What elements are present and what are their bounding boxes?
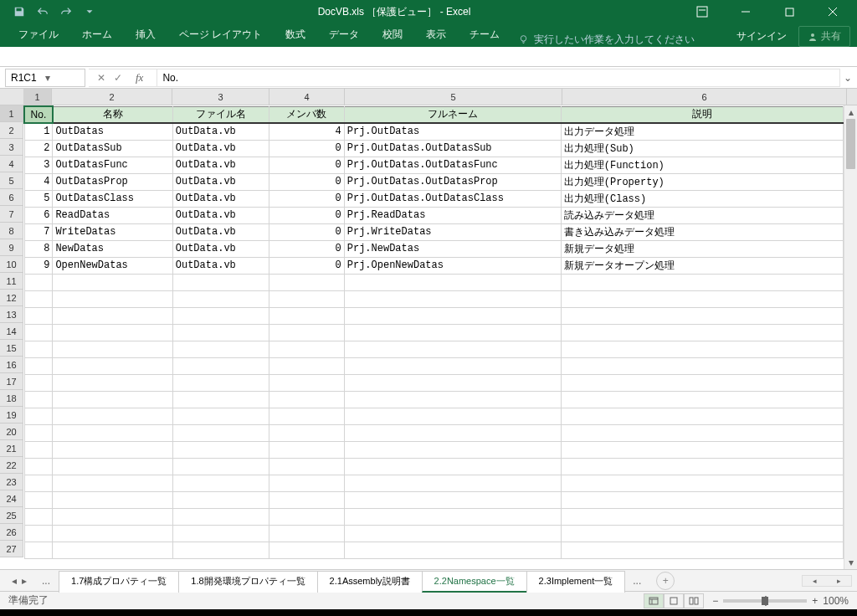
cell-members[interactable]: 4 xyxy=(269,123,345,140)
cell-fullname[interactable]: Prj.WriteDatas xyxy=(344,223,561,240)
row-header-15[interactable]: 15 xyxy=(0,340,23,357)
row-header-8[interactable]: 8 xyxy=(0,223,23,239)
row-header-21[interactable]: 21 xyxy=(0,440,23,457)
row-header-7[interactable]: 7 xyxy=(0,206,23,223)
tab-nav-first[interactable]: ◂ xyxy=(12,575,17,587)
table-row[interactable]: 1OutDatasOutData.vb4Prj.OutDatas出力データ処理 xyxy=(24,123,844,140)
cell-file[interactable]: OutData.vb xyxy=(172,157,269,173)
zoom-out-button[interactable]: − xyxy=(712,595,718,607)
cell-desc[interactable]: 新規データオープン処理 xyxy=(561,257,843,274)
tabs-overflow-right[interactable]: ... xyxy=(624,575,649,587)
table-row[interactable] xyxy=(24,525,844,542)
tab-pagelayout[interactable]: ページ レイアウト xyxy=(167,23,274,47)
cell-fullname[interactable]: Prj.OutDatas xyxy=(344,123,561,140)
zoom-in-button[interactable]: + xyxy=(812,595,818,607)
cell-fullname[interactable]: Prj.OutDatas.OutDatasSub xyxy=(344,140,561,157)
cell-file[interactable]: OutData.vb xyxy=(172,240,269,257)
vertical-scrollbar[interactable]: ▴ ▾ xyxy=(844,105,857,569)
col-header-5[interactable]: 5 xyxy=(345,89,562,105)
cell-no[interactable]: 5 xyxy=(24,190,53,207)
tab-data[interactable]: データ xyxy=(317,23,371,47)
table-row[interactable] xyxy=(24,508,844,525)
cell-name[interactable]: OutDatasProp xyxy=(53,173,172,190)
cell-file[interactable]: OutData.vb xyxy=(172,223,269,240)
cell-members[interactable]: 0 xyxy=(269,257,345,274)
cell-members[interactable]: 0 xyxy=(269,207,345,223)
table-row[interactable] xyxy=(24,374,844,391)
pagelayout-view-button[interactable] xyxy=(664,593,684,608)
col-header-2[interactable]: 2 xyxy=(52,89,172,105)
row-header-25[interactable]: 25 xyxy=(0,507,23,524)
cell-fullname[interactable]: Prj.OutDatas.OutDatasProp xyxy=(344,173,561,190)
scroll-down-button[interactable]: ▾ xyxy=(844,556,857,569)
row-header-16[interactable]: 16 xyxy=(0,357,23,373)
row-header-20[interactable]: 20 xyxy=(0,424,23,440)
cell-no[interactable]: 7 xyxy=(24,223,53,240)
horizontal-scrollbar[interactable]: ◂▸ xyxy=(802,575,852,587)
tabs-overflow-left[interactable]: ... xyxy=(33,575,59,587)
zoom-slider[interactable] xyxy=(723,599,807,603)
accept-formula-button[interactable]: ✓ xyxy=(114,72,122,84)
table-row[interactable] xyxy=(24,357,844,374)
row-header-2[interactable]: 2 xyxy=(0,122,23,139)
row-header-11[interactable]: 11 xyxy=(0,273,23,290)
cell-name[interactable]: OutDatasSub xyxy=(53,140,172,157)
cell-members[interactable]: 0 xyxy=(269,140,345,157)
table-row[interactable] xyxy=(24,274,844,290)
tab-view[interactable]: 表示 xyxy=(414,23,458,47)
cell-no[interactable]: 3 xyxy=(24,157,53,173)
cell-fullname[interactable]: Prj.ReadDatas xyxy=(344,207,561,223)
cell-desc[interactable]: 出力処理(Function) xyxy=(561,157,843,173)
table-row[interactable]: 3OutDatasFuncOutData.vb0Prj.OutDatas.Out… xyxy=(24,157,844,173)
row-header-19[interactable]: 19 xyxy=(0,407,23,424)
tab-home[interactable]: ホーム xyxy=(70,23,124,47)
cell-desc[interactable]: 出力データ処理 xyxy=(561,123,843,140)
scroll-up-button[interactable]: ▴ xyxy=(844,105,857,119)
tab-formulas[interactable]: 数式 xyxy=(274,23,317,47)
row-header-12[interactable]: 12 xyxy=(0,290,23,306)
col-header-6[interactable]: 6 xyxy=(562,89,847,105)
cell-desc[interactable]: 出力処理(Sub) xyxy=(561,140,843,157)
row-header-27[interactable]: 27 xyxy=(0,541,23,557)
cell-no[interactable]: 2 xyxy=(24,140,53,157)
table-row[interactable] xyxy=(24,542,844,558)
share-button[interactable]: 共有 xyxy=(798,26,850,47)
close-button[interactable] xyxy=(819,3,847,21)
cell-fullname[interactable]: Prj.NewDatas xyxy=(344,240,561,257)
cancel-formula-button[interactable]: ✕ xyxy=(97,72,105,84)
table-row[interactable] xyxy=(24,307,844,324)
table-row[interactable]: 9OpenNewDatasOutData.vb0Prj.OpenNewDatas… xyxy=(24,257,844,274)
cell-members[interactable]: 0 xyxy=(269,173,345,190)
row-header-9[interactable]: 9 xyxy=(0,239,23,256)
table-row[interactable] xyxy=(24,458,844,475)
header-fullname[interactable]: フルネーム xyxy=(344,106,561,123)
cell-desc[interactable]: 出力処理(Class) xyxy=(561,190,843,207)
table-row[interactable] xyxy=(24,341,844,357)
tab-nav-prev[interactable]: ▸ xyxy=(22,575,27,587)
sheet-tab[interactable]: 1.7構成プロパティ一覧 xyxy=(59,571,179,593)
table-row[interactable]: 2OutDatasSubOutData.vb0Prj.OutDatas.OutD… xyxy=(24,140,844,157)
cell-no[interactable]: 1 xyxy=(24,123,53,140)
cell-name[interactable]: OpenNewDatas xyxy=(53,257,172,274)
normal-view-button[interactable] xyxy=(644,593,664,608)
row-header-13[interactable]: 13 xyxy=(0,306,23,323)
sheet-tab[interactable]: 2.3Implement一覧 xyxy=(526,571,626,593)
row-header-17[interactable]: 17 xyxy=(0,373,23,390)
cell-members[interactable]: 0 xyxy=(269,223,345,240)
cell-name[interactable]: OutDatasFunc xyxy=(53,157,172,173)
table-row[interactable]: 7WriteDatasOutData.vb0Prj.WriteDatas書き込み… xyxy=(24,223,844,240)
table-row[interactable] xyxy=(24,391,844,408)
signin-link[interactable]: サインイン xyxy=(736,29,787,44)
cell-file[interactable]: OutData.vb xyxy=(172,173,269,190)
expand-formula-button[interactable]: ⌄ xyxy=(844,72,857,84)
tell-me-search[interactable]: 実行したい作業を入力してください xyxy=(518,33,695,47)
tab-insert[interactable]: 挿入 xyxy=(124,23,167,47)
row-header-18[interactable]: 18 xyxy=(0,390,23,407)
row-header-23[interactable]: 23 xyxy=(0,474,23,490)
table-row[interactable]: 4OutDatasPropOutData.vb0Prj.OutDatas.Out… xyxy=(24,173,844,190)
tab-review[interactable]: 校閲 xyxy=(371,23,414,47)
cell-fullname[interactable]: Prj.OutDatas.OutDatasFunc xyxy=(344,157,561,173)
cell-members[interactable]: 0 xyxy=(269,157,345,173)
table-row[interactable] xyxy=(24,491,844,508)
sheet-tab[interactable]: 2.1Assembly説明書 xyxy=(317,571,423,593)
